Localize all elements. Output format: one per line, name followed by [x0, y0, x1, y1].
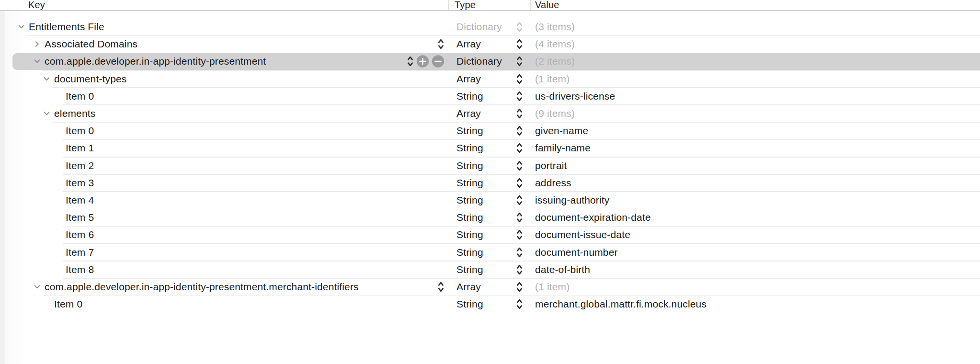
key-dropdown-stepper-icon[interactable] — [437, 280, 444, 293]
key-cell[interactable]: document-types — [54, 73, 127, 85]
remove-row-button[interactable] — [432, 55, 444, 68]
type-dropdown-stepper-icon[interactable] — [516, 246, 523, 259]
key-cell[interactable]: Item 1 — [66, 142, 94, 154]
row-controls — [437, 280, 444, 293]
key-cell[interactable]: Item 3 — [66, 177, 94, 189]
type-dropdown-stepper-icon[interactable] — [516, 193, 523, 206]
plist-row[interactable]: Item 2 String portrait — [0, 157, 980, 174]
value-cell[interactable]: (1 item) — [535, 73, 570, 85]
type-cell[interactable]: String — [456, 125, 483, 136]
key-dropdown-stepper-icon[interactable] — [407, 55, 414, 68]
type-dropdown-stepper-icon[interactable] — [516, 211, 523, 224]
disclosure-triangle-icon[interactable] — [33, 57, 41, 66]
key-cell[interactable]: Item 4 — [66, 194, 94, 206]
type-dropdown-stepper-icon[interactable] — [516, 21, 523, 34]
key-cell[interactable]: com.apple.developer.in-app-identity-pres… — [45, 56, 266, 67]
column-divider — [448, 0, 449, 10]
type-dropdown-stepper-icon[interactable] — [516, 263, 523, 276]
plist-row[interactable]: Item 5 String document-expiration-date — [0, 209, 980, 226]
type-cell[interactable]: String — [456, 177, 483, 189]
key-cell[interactable]: Item 6 — [66, 229, 94, 240]
value-cell[interactable]: document-expiration-date — [535, 212, 651, 223]
type-cell[interactable]: Dictionary — [456, 21, 502, 33]
value-cell[interactable]: given-name — [535, 125, 588, 136]
type-cell[interactable]: String — [456, 160, 483, 171]
type-cell[interactable]: String — [456, 229, 483, 240]
type-cell[interactable]: Dictionary — [456, 56, 502, 67]
plist-row[interactable]: Item 0 String given-name — [0, 122, 980, 139]
value-cell[interactable]: (3 items) — [535, 21, 575, 33]
plist-row[interactable]: Item 1 String family-name — [0, 139, 980, 157]
key-cell[interactable]: Item 5 — [66, 212, 94, 223]
type-cell[interactable]: String — [456, 91, 483, 102]
table-header: Key Type Value — [0, 0, 980, 11]
value-cell[interactable]: us-drivers-license — [535, 91, 615, 102]
plist-row[interactable]: Entitlements File Dictionary (3 items) — [0, 18, 980, 35]
value-cell[interactable]: (2 items) — [535, 56, 575, 67]
value-cell[interactable]: family-name — [535, 142, 591, 154]
disclosure-triangle-icon[interactable] — [43, 110, 51, 118]
plist-row[interactable]: Item 0 String merchant.global.mattr.fi.m… — [0, 296, 980, 313]
type-dropdown-stepper-icon[interactable] — [516, 298, 523, 311]
plist-row[interactable]: Item 8 String date-of-birth — [0, 261, 980, 278]
type-cell[interactable]: Array — [456, 281, 481, 293]
value-cell[interactable]: address — [535, 177, 571, 189]
type-dropdown-stepper-icon[interactable] — [516, 107, 523, 120]
value-cell[interactable]: document-number — [535, 247, 618, 258]
type-dropdown-stepper-icon[interactable] — [516, 72, 523, 85]
plist-row[interactable]: com.apple.developer.in-app-identity-pres… — [0, 278, 980, 296]
value-cell[interactable]: issuing-authority — [535, 194, 609, 206]
disclosure-triangle-icon[interactable] — [33, 283, 41, 291]
plist-row[interactable]: elements Array (9 items) — [0, 105, 980, 122]
value-cell[interactable]: (4 items) — [535, 38, 575, 50]
plist-row[interactable]: Item 0 String us-drivers-license — [0, 88, 980, 105]
type-dropdown-stepper-icon[interactable] — [516, 159, 523, 172]
key-cell[interactable]: Item 0 — [66, 125, 94, 136]
key-cell[interactable]: Associated Domains — [45, 38, 137, 50]
plist-row[interactable]: Associated Domains Array (4 items) — [0, 35, 980, 53]
value-cell[interactable]: merchant.global.mattr.fi.mock.nucleus — [535, 298, 707, 310]
plist-row[interactable]: com.apple.developer.in-app-identity-pres… — [0, 53, 980, 70]
key-cell[interactable]: elements — [54, 108, 95, 119]
value-cell[interactable]: (9 items) — [535, 108, 575, 119]
disclosure-triangle-icon[interactable] — [43, 75, 51, 83]
value-cell[interactable]: date-of-birth — [535, 264, 590, 275]
column-header-value: Value — [535, 0, 559, 11]
type-dropdown-stepper-icon[interactable] — [516, 38, 523, 51]
disclosure-triangle-icon[interactable] — [33, 40, 41, 48]
plist-row[interactable]: Item 3 String address — [0, 174, 980, 192]
key-cell[interactable]: Entitlements File — [29, 21, 104, 33]
type-cell[interactable]: String — [456, 212, 483, 223]
value-cell[interactable]: document-issue-date — [535, 229, 630, 240]
type-cell[interactable]: String — [456, 142, 483, 154]
type-cell[interactable]: String — [456, 298, 483, 310]
key-cell[interactable]: Item 0 — [54, 298, 82, 310]
type-dropdown-stepper-icon[interactable] — [516, 55, 523, 68]
add-row-button[interactable] — [416, 55, 429, 68]
key-cell[interactable]: Item 8 — [66, 264, 94, 275]
plist-row[interactable]: Item 4 String issuing-authority — [0, 192, 980, 209]
key-dropdown-stepper-icon[interactable] — [437, 38, 444, 51]
plist-row[interactable]: document-types Array (1 item) — [0, 70, 980, 88]
type-cell[interactable]: Array — [456, 38, 481, 50]
type-dropdown-stepper-icon[interactable] — [516, 90, 523, 102]
type-dropdown-stepper-icon[interactable] — [516, 142, 523, 155]
value-cell[interactable]: portrait — [535, 160, 567, 171]
value-cell[interactable]: (1 item) — [535, 281, 570, 293]
type-cell[interactable]: String — [456, 264, 483, 275]
key-cell[interactable]: Item 7 — [66, 247, 94, 258]
type-cell[interactable]: String — [456, 194, 483, 206]
type-cell[interactable]: String — [456, 247, 483, 258]
type-dropdown-stepper-icon[interactable] — [516, 280, 523, 293]
type-dropdown-stepper-icon[interactable] — [516, 228, 523, 241]
disclosure-triangle-icon[interactable] — [17, 23, 25, 31]
type-dropdown-stepper-icon[interactable] — [516, 125, 523, 137]
type-dropdown-stepper-icon[interactable] — [516, 176, 523, 189]
key-cell[interactable]: Item 2 — [66, 160, 94, 171]
plist-row[interactable]: Item 6 String document-issue-date — [0, 226, 980, 243]
key-cell[interactable]: Item 0 — [66, 91, 94, 102]
plist-row[interactable]: Item 7 String document-number — [0, 243, 980, 261]
type-cell[interactable]: Array — [456, 73, 481, 85]
type-cell[interactable]: Array — [456, 108, 481, 119]
key-cell[interactable]: com.apple.developer.in-app-identity-pres… — [45, 281, 359, 293]
